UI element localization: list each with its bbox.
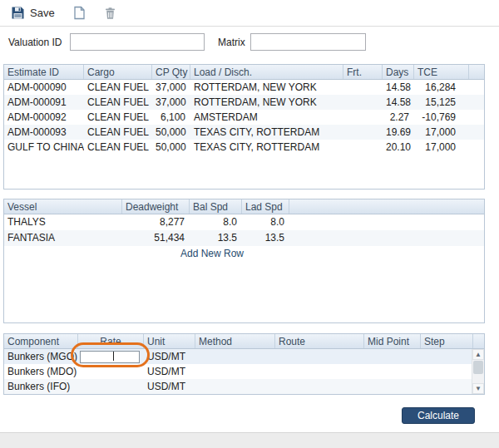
col-header-filler	[473, 334, 484, 348]
cell-rate	[78, 379, 144, 394]
col-header-step[interactable]: Step	[421, 334, 473, 348]
scroll-down-button[interactable]: ▼	[472, 383, 484, 394]
col-header-bal-spd[interactable]: Bal Spd	[190, 199, 242, 214]
cell-frt	[343, 125, 383, 140]
cell-load-disch: TEXAS CITY, ROTTERDAM	[190, 125, 343, 140]
cell-component: Bunkers (IFO)	[4, 379, 78, 394]
cell-estimate-id: GULF TO CHINA	[4, 140, 84, 155]
document-icon	[73, 6, 86, 20]
estimate-row[interactable]: ADM-000092 CLEAN FUEL 6,100 AMSTERDAM 2.…	[4, 110, 484, 125]
scroll-up-button[interactable]: ▲	[472, 349, 484, 360]
estimates-table: Estimate ID Cargo CP Qty Load / Disch. F…	[3, 64, 485, 190]
cell-cp-qty: 37,000	[152, 80, 190, 95]
cell-component: Bunkers (MDO)	[4, 364, 78, 379]
col-header-mid-point[interactable]: Mid Point	[364, 334, 421, 348]
cell-tce: 15,125	[414, 95, 469, 110]
col-header-cp-qty[interactable]: CP Qty	[152, 65, 190, 79]
estimate-row[interactable]: ADM-000090 CLEAN FUEL 37,000 ROTTERDAM, …	[4, 80, 484, 95]
cell-estimate-id: ADM-000091	[4, 95, 84, 110]
col-header-route[interactable]: Route	[275, 334, 364, 348]
cell-mid-point	[364, 364, 421, 379]
valuation-id-input[interactable]	[70, 33, 205, 51]
cell-estimate-id: ADM-000093	[4, 125, 84, 140]
component-row[interactable]: Bunkers (MGO) USD/MT	[4, 349, 484, 364]
cell-mid-point	[364, 349, 421, 364]
header-form: Valuation ID Matrix Add Estimates	[0, 33, 499, 52]
col-header-days[interactable]: Days	[383, 65, 414, 79]
delete-button[interactable]	[101, 5, 119, 22]
cell-load-disch: AMSTERDAM	[190, 110, 343, 125]
cell-deadweight: 8,277	[122, 214, 190, 230]
cell-step	[421, 349, 473, 364]
cell-tce: 17,000	[414, 125, 469, 140]
cell-method	[195, 364, 275, 379]
cell-frt	[343, 140, 383, 155]
cell-bal-spd: 8.0	[190, 214, 242, 230]
cell-cp-qty: 50,000	[152, 140, 190, 155]
col-header-estimate-id[interactable]: Estimate ID	[4, 65, 84, 79]
col-header-load-disch[interactable]: Load / Disch.	[190, 65, 343, 79]
cell-tce: 16,284	[414, 80, 469, 95]
cell-cp-qty: 37,000	[152, 95, 190, 110]
col-header-unit[interactable]: Unit	[144, 334, 195, 348]
vessel-row[interactable]: FANTASIA 51,434 13.5 13.5	[4, 230, 484, 246]
cell-method	[195, 349, 275, 364]
col-header-frt[interactable]: Frt.	[343, 65, 383, 79]
cell-estimate-id: ADM-000090	[4, 80, 84, 95]
estimate-row[interactable]: ADM-000093 CLEAN FUEL 50,000 TEXAS CITY,…	[4, 125, 484, 140]
cell-frt	[343, 110, 383, 125]
estimate-row[interactable]: GULF TO CHINA CLEAN FUEL 50,000 TEXAS CI…	[4, 140, 484, 155]
col-header-method[interactable]: Method	[195, 334, 275, 348]
estimate-row[interactable]: ADM-000091 CLEAN FUEL 37,000 ROTTERDAM, …	[4, 95, 484, 110]
save-label: Save	[30, 7, 55, 19]
cell-days: 20.10	[383, 140, 414, 155]
cell-load-disch: ROTTERDAM, NEW YORK	[190, 80, 343, 95]
cell-cp-qty: 50,000	[152, 125, 190, 140]
component-row[interactable]: Bunkers (MDO) USD/MT	[4, 364, 484, 379]
cell-cargo: CLEAN FUEL	[84, 140, 152, 155]
trash-icon	[104, 7, 116, 20]
add-new-row-link[interactable]: Add New Row	[4, 248, 420, 259]
cell-route	[275, 364, 364, 379]
cell-method	[195, 379, 275, 394]
cell-frt	[343, 95, 383, 110]
scrollbar-thumb[interactable]	[473, 361, 483, 374]
component-row[interactable]: Bunkers (IFO) USD/MT	[4, 379, 484, 394]
cell-days: 19.69	[383, 125, 414, 140]
save-button[interactable]: Save	[8, 4, 57, 22]
cell-rate	[78, 349, 144, 364]
col-header-lad-spd[interactable]: Lad Spd	[242, 199, 289, 214]
cell-unit: USD/MT	[144, 349, 195, 364]
text-cursor	[113, 352, 114, 361]
vessels-table: Vessel Deadweight Bal Spd Lad Spd THALYS…	[3, 199, 485, 323]
cell-days: 14.58	[383, 80, 414, 95]
matrix-label: Matrix	[218, 37, 245, 48]
components-table: Component Rate Unit Method Route Mid Poi…	[3, 333, 485, 395]
rate-input[interactable]	[80, 351, 140, 363]
toolbar: Save	[0, 0, 499, 27]
valuation-id-label: Valuation ID	[8, 37, 62, 48]
cell-frt	[343, 80, 383, 95]
cell-estimate-id: ADM-000092	[4, 110, 84, 125]
calculate-button[interactable]: Calculate	[402, 407, 475, 424]
col-header-filler	[469, 65, 484, 79]
col-header-rate[interactable]: Rate	[78, 334, 144, 348]
new-document-button[interactable]	[71, 4, 88, 22]
matrix-input[interactable]	[250, 33, 366, 51]
estimates-table-header: Estimate ID Cargo CP Qty Load / Disch. F…	[4, 65, 484, 80]
cell-cargo: CLEAN FUEL	[84, 110, 152, 125]
valuation-app: Save Valuation ID Matrix Add Estimates E	[0, 0, 499, 448]
cell-vessel: THALYS	[4, 214, 122, 230]
col-header-vessel[interactable]: Vessel	[4, 199, 122, 214]
vessel-row[interactable]: THALYS 8,277 8.0 8.0	[4, 214, 484, 230]
col-header-filler	[289, 199, 484, 214]
cell-mid-point	[364, 379, 421, 394]
col-header-cargo[interactable]: Cargo	[84, 65, 152, 79]
col-header-tce[interactable]: TCE	[414, 65, 469, 79]
vertical-scrollbar[interactable]: ▲ ▼	[472, 349, 484, 394]
cell-lad-spd: 13.5	[242, 230, 289, 246]
cell-rate	[78, 364, 144, 379]
col-header-component[interactable]: Component	[4, 334, 78, 348]
cell-load-disch: TEXAS CITY, ROTTERDAM	[190, 140, 343, 155]
col-header-deadweight[interactable]: Deadweight	[122, 199, 190, 214]
